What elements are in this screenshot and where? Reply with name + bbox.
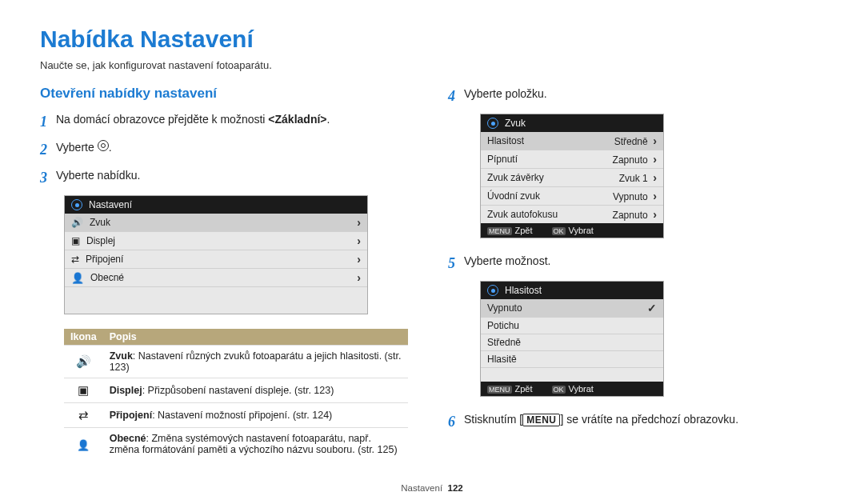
footer-section: Nastavení <box>401 483 442 493</box>
table-row: Obecné: Změna systémových nastavení foto… <box>64 428 408 461</box>
menu-row-pripojeni[interactable]: Připojení › <box>65 250 367 268</box>
step-text: ] se vrátíte na předchozí obrazovku. <box>560 413 738 426</box>
chevron-right-icon: › <box>653 134 657 147</box>
step-number: 3 <box>40 167 56 189</box>
step-text: . <box>109 141 112 154</box>
table-term: Displej <box>110 385 142 396</box>
screen-footer: MENUZpět OKVybrat <box>481 382 663 396</box>
menu-row-obecne[interactable]: Obecné › <box>65 268 367 286</box>
row-value: Vypnuto <box>613 191 648 202</box>
dial-icon <box>71 199 82 210</box>
row-label: Zvuk závěrky <box>487 172 544 183</box>
table-term: Připojení <box>110 410 152 421</box>
row-label: Hlasitost <box>487 135 524 146</box>
option-row[interactable]: Hlasitě <box>481 350 663 367</box>
foot-back: Zpět <box>515 384 533 394</box>
step-text: Vyberte nabídku. <box>56 167 416 189</box>
general-icon <box>77 438 90 451</box>
table-row: Displej: Přizpůsobení nastavení displeje… <box>64 378 408 403</box>
right-column: 4 Vyberte položku. Zvuk Hlasitost Středn… <box>448 86 824 460</box>
chevron-right-icon: › <box>357 216 361 229</box>
table-desc: : Nastavení možností připojení. (str. 12… <box>152 410 332 421</box>
table-head-desc: Popis <box>103 329 408 346</box>
gear-icon <box>98 140 109 151</box>
option-row[interactable]: Středně <box>481 334 663 350</box>
step-number: 1 <box>40 111 56 133</box>
option-label: Vypnuto <box>487 302 522 314</box>
chevron-right-icon: › <box>653 153 657 166</box>
menu-row[interactable]: Hlasitost Středně › <box>481 132 663 150</box>
step-number: 5 <box>448 253 464 274</box>
dial-icon <box>487 118 498 129</box>
screen-title: Zvuk <box>505 118 526 129</box>
general-icon <box>71 272 84 284</box>
option-row[interactable]: Vypnuto ✓ <box>481 299 663 317</box>
row-value: Zvuk 1 <box>619 173 648 184</box>
table-row: Zvuk: Nastavení různých zvuků fotoaparát… <box>64 346 408 378</box>
chevron-right-icon: › <box>357 271 361 284</box>
icon-description-table: Ikona Popis Zvuk: Nastavení různých zvuk… <box>64 329 408 460</box>
option-row[interactable]: Potichu <box>481 317 663 334</box>
row-value: Zapnuto <box>613 210 648 221</box>
option-label: Hlasitě <box>487 354 517 365</box>
menu-row[interactable]: Zvuk autofokusu Zapnuto › <box>481 205 663 223</box>
table-term: Obecné <box>110 433 146 444</box>
menu-row[interactable]: Pípnutí Zapnuto › <box>481 150 663 168</box>
display-icon <box>78 383 89 397</box>
step-5: 5 Vyberte možnost. <box>448 253 824 274</box>
row-label: Úvodní zvuk <box>487 190 540 202</box>
chevron-right-icon: › <box>653 171 657 184</box>
foot-back: Zpět <box>515 226 533 235</box>
row-value: Středně <box>614 136 648 147</box>
check-icon: ✓ <box>647 302 657 314</box>
foot-ok: Vybrat <box>569 384 594 394</box>
step-text-bold: <Základní> <box>268 113 326 126</box>
page-footer: Nastavení 122 <box>0 483 864 493</box>
step-text: Na domácí obrazovce přejděte k možnosti <box>56 113 268 126</box>
menu-row-displej[interactable]: Displej › <box>65 231 367 250</box>
camera-screen-zvuk: Zvuk Hlasitost Středně › Pípnutí Zapnuto… <box>480 114 664 238</box>
step-number: 6 <box>448 411 464 433</box>
menu-button-icon: MENU <box>522 414 560 426</box>
left-column: Otevření nabídky nastavení 1 Na domácí o… <box>40 86 416 460</box>
table-desc: : Změna systémových nastavení fotoaparát… <box>110 433 398 455</box>
step-text: Stisknutím [ <box>464 413 522 426</box>
step-6: 6 Stisknutím [MENU] se vrátíte na předch… <box>448 411 824 433</box>
menu-row-zvuk[interactable]: Zvuk › <box>65 214 367 231</box>
screen-footer: MENUZpět OKVybrat <box>481 223 663 238</box>
screen-title: Nastavení <box>89 199 132 210</box>
page-number: 122 <box>447 483 462 493</box>
sound-icon <box>71 217 83 228</box>
ok-key-label: OK <box>552 386 566 394</box>
menu-label: Připojení <box>86 254 123 265</box>
step-text: Vyberte položku. <box>464 86 824 107</box>
step-2: 2 Vyberte . <box>40 139 416 161</box>
connect-icon <box>71 254 79 265</box>
menu-key-label: MENU <box>487 386 512 394</box>
page-title: Nabídka Nastavení <box>40 26 824 53</box>
chevron-right-icon: › <box>357 234 361 247</box>
step-text: Vyberte <box>56 141 98 154</box>
option-label: Středně <box>487 337 521 348</box>
foot-ok: Vybrat <box>569 226 594 235</box>
menu-key-label: MENU <box>487 227 512 235</box>
menu-label: Zvuk <box>90 217 110 228</box>
table-desc: : Přizpůsobení nastavení displeje. (str.… <box>142 385 334 396</box>
dial-icon <box>487 285 498 296</box>
connect-icon <box>78 408 89 422</box>
camera-screen-settings-menu: Nastavení Zvuk › Displej › Připojení › <box>64 195 368 314</box>
chevron-right-icon: › <box>357 253 361 266</box>
camera-screen-hlasitost: Hlasitost Vypnuto ✓ Potichu Středně Hlas… <box>480 281 664 397</box>
table-row: Připojení: Nastavení možností připojení.… <box>64 403 408 428</box>
option-label: Potichu <box>487 320 519 331</box>
ok-key-label: OK <box>552 227 566 235</box>
menu-row[interactable]: Zvuk závěrky Zvuk 1 › <box>481 168 663 186</box>
step-number: 2 <box>40 139 56 161</box>
sound-icon <box>76 354 91 368</box>
step-3: 3 Vyberte nabídku. <box>40 167 416 189</box>
menu-row[interactable]: Úvodní zvuk Vypnuto › <box>481 186 663 205</box>
intro-text: Naučte se, jak konfigurovat nastavení fo… <box>40 59 824 71</box>
table-head-icon: Ikona <box>64 329 103 346</box>
step-number: 4 <box>448 86 464 107</box>
step-1: 1 Na domácí obrazovce přejděte k možnost… <box>40 111 416 133</box>
